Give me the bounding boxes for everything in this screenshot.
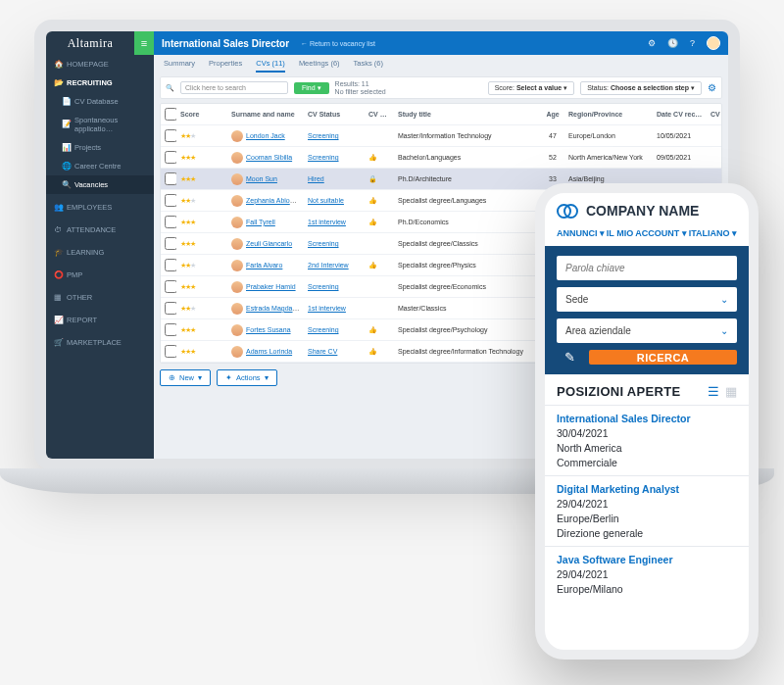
table-row[interactable]: ★★★ London Jack Screening Master/Informa…	[161, 125, 722, 147]
area-select[interactable]: Area aziendale⌄	[557, 318, 737, 343]
job-title-link[interactable]: Java Software Engineer	[557, 554, 737, 565]
job-title-link[interactable]: International Sales Director	[557, 413, 737, 424]
search-button[interactable]: RICERCA	[589, 350, 737, 365]
list-view-icon[interactable]: ☰	[708, 384, 719, 399]
col-name[interactable]: Surname and name	[227, 104, 304, 125]
nav-annunci[interactable]: ANNUNCI ▾	[557, 228, 605, 238]
nav-lang[interactable]: ITALIANO ▾	[689, 228, 737, 238]
col-grade[interactable]: CV grade	[365, 104, 394, 125]
toolbar: 🔍 Click here to search Find ▾ Results: 1…	[160, 76, 722, 99]
cv-status-link[interactable]: 2nd Interview	[308, 262, 349, 269]
sidebar-item-report[interactable]: 📈REPORT	[46, 311, 154, 329]
tab-tasks-[interactable]: Tasks (6)	[354, 59, 383, 73]
cv-status-link[interactable]: Screening	[308, 283, 339, 290]
sidebar-item-homepage[interactable]: 🏠 HOMEPAGE	[46, 55, 154, 73]
candidate-name-link[interactable]: Zeuli Giancarlo	[246, 240, 292, 247]
actions-button[interactable]: ✦ Actions ▾	[217, 369, 277, 386]
titlebar: International Sales Director ← Return to…	[154, 31, 728, 55]
candidate-name-link[interactable]: London Jack	[246, 132, 285, 139]
row-checkbox[interactable]	[165, 323, 176, 336]
candidate-name-link[interactable]: Fall Tyrell	[246, 219, 275, 225]
toolbar-gear-icon[interactable]: ⚙	[708, 82, 716, 93]
home-icon: 🏠	[54, 61, 62, 69]
col-region[interactable]: Region/Province	[564, 104, 653, 125]
tab-properties[interactable]: Properties	[209, 59, 242, 73]
keyword-input[interactable]	[557, 256, 737, 280]
table-row[interactable]: ★★★ Cooman Sibilla Screening 👍 Bachelor/…	[161, 147, 722, 169]
row-checkbox[interactable]	[165, 345, 176, 358]
candidate-name-link[interactable]: Estrada Magdalena	[246, 305, 304, 312]
job-item[interactable]: International Sales Director 30/04/2021 …	[545, 405, 749, 475]
cv-status-link[interactable]: Screening	[308, 326, 339, 333]
status-filter[interactable]: Status: Choose a selection step ▾	[580, 81, 702, 95]
clear-button[interactable]: ✎	[557, 350, 582, 365]
sidebar-item-cv-database[interactable]: 📄CV Database	[46, 92, 154, 111]
sidebar-item-employees[interactable]: 👥EMPLOYEES	[46, 198, 154, 217]
row-checkbox[interactable]	[165, 237, 176, 250]
hamburger-menu-button[interactable]: ≡	[134, 31, 154, 55]
col-date[interactable]: Date CV received	[653, 104, 707, 125]
cv-status-link[interactable]: Not suitable	[308, 197, 344, 204]
sidebar-item-vacancies[interactable]: 🔍Vacancies	[46, 175, 154, 194]
select-all-checkbox[interactable]	[165, 108, 176, 121]
candidate-name-link[interactable]: Cooman Sibilla	[246, 154, 292, 161]
sidebar-item-marketplace[interactable]: 🛒MARKETPLACE	[46, 333, 154, 352]
candidate-name-link[interactable]: Adams Lorinda	[246, 348, 292, 355]
location-select[interactable]: Sede⌄	[557, 287, 737, 312]
grid-view-icon[interactable]: ▦	[725, 384, 737, 399]
row-checkbox[interactable]	[165, 151, 176, 164]
gear-icon[interactable]: ⚙	[648, 38, 656, 48]
candidate-name-link[interactable]: Moon Sun	[246, 175, 277, 182]
cv-status-link[interactable]: Share CV	[308, 348, 337, 355]
avatar[interactable]	[707, 36, 720, 50]
sidebar-item-learning[interactable]: 🎓LEARNING	[46, 243, 154, 262]
sidebar-item-projects[interactable]: 📊Projects	[46, 138, 154, 157]
row-checkbox[interactable]	[165, 129, 176, 142]
row-checkbox[interactable]	[165, 172, 176, 185]
job-title-link[interactable]: Digital Marketing Analyst	[557, 483, 737, 495]
grade-icon: 👍	[368, 348, 377, 355]
candidate-name-link[interactable]: Farla Alvaro	[246, 262, 282, 269]
tab-meetings-[interactable]: Meetings (6)	[299, 59, 340, 73]
search-input[interactable]: Click here to search	[180, 81, 288, 94]
return-link[interactable]: ← Return to vacancy list	[301, 40, 375, 47]
row-checkbox[interactable]	[165, 194, 176, 207]
job-item[interactable]: Digital Marketing Analyst 29/04/2021 Eur…	[545, 475, 749, 546]
col-age[interactable]: Age	[541, 104, 564, 125]
phone-header: COMPANY NAME	[545, 193, 749, 224]
new-button[interactable]: ⊕ New ▾	[160, 369, 211, 386]
row-checkbox[interactable]	[165, 259, 176, 271]
grade-icon: 👍	[368, 326, 377, 333]
clock-icon[interactable]: 🕓	[667, 38, 678, 48]
row-checkbox[interactable]	[165, 302, 176, 315]
cv-status-link[interactable]: Hired	[308, 175, 324, 182]
help-icon[interactable]: ?	[690, 38, 695, 48]
candidate-name-link[interactable]: Prabaker Hamid	[246, 283, 296, 290]
candidate-name-link[interactable]: Zephania Abiodun	[246, 197, 301, 204]
sidebar-item-pmp[interactable]: ⭕PMP	[46, 266, 154, 284]
cv-status-link[interactable]: Screening	[308, 154, 339, 161]
col-attachment[interactable]: CV attachment	[707, 104, 722, 125]
row-checkbox[interactable]	[165, 216, 176, 228]
sidebar-item-spontaneous-applicatio-[interactable]: 📝Spontaneous applicatio…	[46, 111, 154, 138]
sidebar-item-attendance[interactable]: ⏱ATTENDANCE	[46, 220, 154, 239]
col-score[interactable]: Score	[176, 104, 227, 125]
score-filter[interactable]: Score: Select a value ▾	[488, 81, 574, 95]
cv-status-link[interactable]: Screening	[308, 240, 339, 247]
tab-cvs-[interactable]: CVs (11)	[256, 59, 285, 73]
cv-status-link[interactable]: 1st interview	[308, 219, 346, 225]
job-item[interactable]: Java Software Engineer 29/04/2021 Europe…	[545, 546, 749, 602]
find-button[interactable]: Find ▾	[294, 82, 329, 94]
col-study[interactable]: Study title	[394, 104, 541, 125]
row-checkbox[interactable]	[165, 280, 176, 293]
grade-icon: 👍	[368, 262, 377, 269]
sidebar-item-career-centre[interactable]: 🌐Career Centre	[46, 157, 154, 175]
sidebar-item-other[interactable]: ▦OTHER	[46, 288, 154, 307]
col-status[interactable]: CV Status	[304, 104, 365, 125]
sidebar-group-recruiting[interactable]: 📂 RECRUITING	[46, 73, 154, 92]
tab-summary[interactable]: Summary	[164, 59, 195, 73]
nav-account[interactable]: IL MIO ACCOUNT ▾	[607, 228, 687, 238]
cv-status-link[interactable]: Screening	[308, 132, 339, 139]
cv-status-link[interactable]: 1st interview	[308, 305, 346, 312]
candidate-name-link[interactable]: Fortes Susana	[246, 326, 291, 333]
